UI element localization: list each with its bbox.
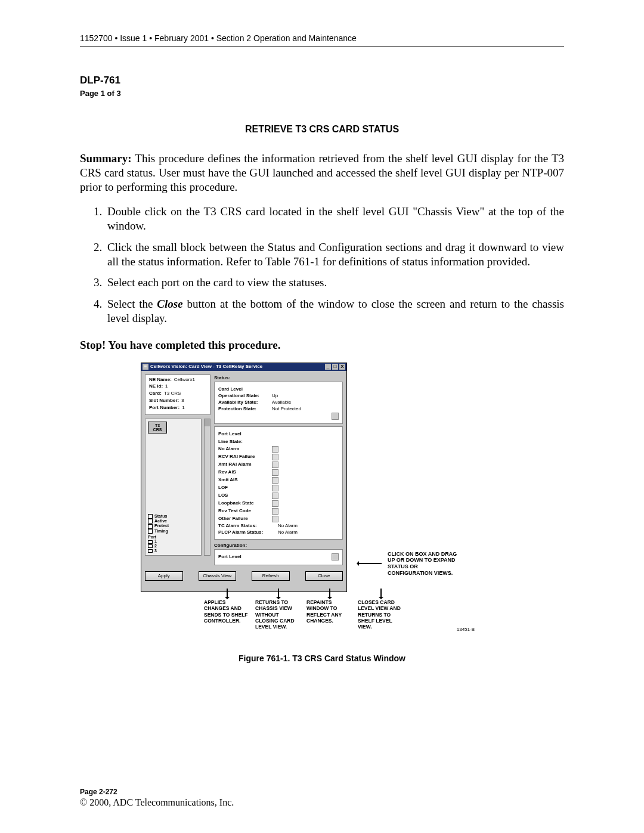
port-label: Port Number: [149,405,179,410]
window-title: Cellworx Vision: Card View - T3 CellRela… [150,364,324,370]
window-menu-icon[interactable]: ≡ [143,364,148,370]
split-handle-bottom[interactable] [332,553,339,561]
drawing-id: 13451-B [457,627,475,632]
apply-button[interactable]: Apply [145,571,183,581]
config-port-level-heading: Port Level [218,555,332,560]
ls-los-box [272,493,278,499]
status-heading: Status: [214,376,343,381]
maximize-button[interactable]: □ [332,364,338,370]
summary-text: This procedure defines the information r… [80,152,564,193]
op-state-label: Operational State: [218,394,272,399]
page-of: Page 1 of 3 [80,89,564,98]
ne-name-value: Cellworx1 [174,377,195,382]
procedure-title: RETRIEVE T3 CRS CARD STATUS [80,124,564,135]
ls-lof-box [272,485,278,491]
split-handle-top[interactable] [332,413,339,420]
figure-caption: Figure 761-1. T3 CRS Card Status Window [80,654,564,663]
legend-port-label: Port [148,535,194,540]
step-4: Select the Close button at the bottom of… [105,297,564,326]
chip-line-2: CRS [148,428,166,432]
ls-xmt-rai: Xmt RAI Alarm [218,462,272,467]
minimize-button[interactable]: _ [325,364,331,370]
callout-apply: APPLIES CHANGES AND SENDS TO SHELF CONTR… [202,589,253,630]
card-legend: Status Active Protect Timing Port 1 2 3 [148,514,194,553]
callout-refresh: REPAINTS WINDOW TO REFLECT ANY CHANGES. [304,589,355,630]
step-1: Double click on the T3 CRS card located … [105,205,564,233]
ls-los: LOS [218,493,272,498]
config-panel: Port Level [214,549,343,565]
ls-rcv-test: Rcv Test Code [218,509,272,514]
dlp-number: DLP-761 [80,75,564,86]
ls-xmt-rai-box [272,462,278,468]
stop-line: Stop! You have completed this procedure. [80,339,564,352]
ls-rcv-rai: RCV RAI Failure [218,454,272,460]
figure: ≡ Cellworx Vision: Card View - T3 CellRe… [80,363,564,664]
dlp-block: DLP-761 Page 1 of 3 [80,75,564,98]
ls-loopback: Loopback State [218,501,272,506]
page-header: 1152700 • Issue 1 • February 2001 • Sect… [80,33,564,47]
slot-label: Slot Number: [149,398,179,403]
plcp-alarm-value: No Alarm [278,530,298,535]
ls-rcv-ais-box [272,469,278,476]
refresh-button[interactable]: Refresh [252,571,290,581]
ls-xmit-ais: Xmit AIS [218,478,272,483]
ls-rcv-ais: Rcv AIS [218,470,272,475]
ne-info-box: NE Name:Cellworx1 NE Id:1 Card:T3 CRS Sl… [145,374,210,416]
chip-line-1: T3 [148,423,166,428]
port-level-panel: Port Level Line State: No Alarm RCV RAI … [214,426,343,539]
step-4-pre: Select the [107,298,157,310]
chassis-view-button[interactable]: Chassis View [199,571,237,581]
card-value: T3 CRS [164,391,181,396]
procedure-steps: Double click on the T3 CRS card located … [80,205,564,325]
plcp-alarm-label: PLCP Alarm Status: [218,530,278,535]
ne-id-label: NE Id: [149,383,163,389]
card-level-panel: Card Level Operational State:Up Availabi… [214,382,343,424]
ls-no-alarm: No Alarm [218,447,272,452]
card-graphic[interactable]: T3 CRS Status Active Protect Timing Port [145,419,202,556]
slot-value: 8 [181,398,184,403]
ls-rcv-rai-box [272,454,278,460]
config-heading: Configuration: [214,543,343,549]
legend-active: Active [148,519,194,524]
card-scrollbar[interactable] [204,419,210,556]
ne-id-value: 1 [165,383,168,389]
close-window-button[interactable]: X [339,364,345,370]
port-level-heading: Port Level [218,432,339,437]
legend-port-1[interactable]: 1 [148,539,194,544]
ls-xmit-ais-box [272,477,278,484]
prot-state-label: Protection State: [218,407,272,412]
ls-other: Other Failure [218,516,272,522]
arrow-left-icon [358,563,382,564]
legend-protect: Protect [148,524,194,528]
page-footer: Page 2-272 © 2000, ADC Telecommunication… [80,788,234,808]
line-state-heading: Line State: [218,439,339,445]
avail-state-value: Available [272,400,291,405]
tc-alarm-label: TC Alarm Status: [218,524,278,529]
gui-window: ≡ Cellworx Vision: Card View - T3 CellRe… [141,363,347,593]
step-4-close: Close [157,298,182,310]
ne-name-label: NE Name: [149,377,172,382]
legend-port-3[interactable]: 3 [148,549,194,553]
prot-state-value: Not Protected [272,407,301,412]
ls-lof: LOF [218,485,272,491]
legend-timing: Timing [148,529,194,534]
side-annotation-text: CLICK ON BOX AND DRAG UP OR DOWN TO EXPA… [388,551,459,577]
ls-other-box [272,516,278,522]
summary: Summary: This procedure defines the info… [80,151,564,194]
card-label: Card: [149,391,162,396]
button-row: Apply Chassis View Refresh Close [145,565,343,588]
callout-close: CLOSES CARD LEVEL VIEW AND RETURNS TO SH… [355,589,407,630]
ls-loopback-box [272,500,278,507]
close-button[interactable]: Close [305,571,343,581]
legend-port-2[interactable]: 2 [148,544,194,549]
tc-alarm-value: No Alarm [278,524,298,529]
callout-chassis: RETURNS TO CHASSIS VIEW WITHOUT CLOSING … [253,589,304,630]
summary-label: Summary: [80,152,132,165]
footer-page-number: Page 2-272 [80,788,234,796]
button-callouts: APPLIES CHANGES AND SENDS TO SHELF CONTR… [202,589,407,630]
legend-status: Status [148,514,194,519]
card-chip[interactable]: T3 CRS [148,422,167,433]
step-3: Select each port on the card to view the… [105,275,564,290]
port-value: 1 [182,405,184,410]
avail-state-label: Availability State: [218,400,272,405]
